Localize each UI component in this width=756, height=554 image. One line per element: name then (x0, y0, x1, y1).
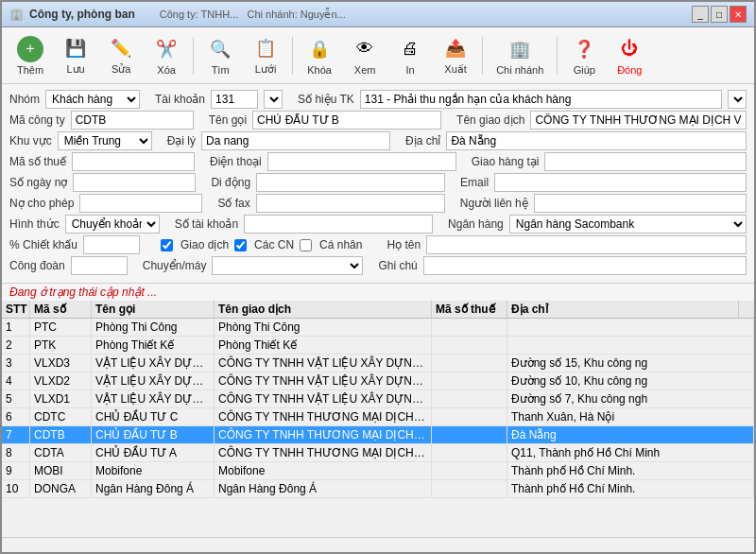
chuyenmay-select[interactable] (212, 256, 363, 275)
table-body[interactable]: 1 PTC Phòng Thi Công Phòng Thi Công 2 PT… (2, 319, 754, 537)
didong-label: Di động (211, 176, 250, 189)
table-row[interactable]: 2 PTK Phòng Thiết Kế Phòng Thiết Kế (2, 337, 754, 355)
tim-button[interactable]: 🔍 Tìm (199, 32, 241, 79)
main-window: 🏢 Công ty, phòng ban Công ty: TNHH... Ch… (0, 0, 756, 554)
cacCN-label: Các CN (254, 238, 294, 251)
taikhoan-label: Tài khoản (155, 93, 205, 106)
cell-tengoi: Mobifone (92, 462, 215, 479)
luu-button[interactable]: 💾 Lưu (55, 31, 96, 79)
separator-4 (557, 37, 558, 75)
sohieu-dropdown[interactable] (728, 90, 747, 109)
dong-label: Đóng (617, 64, 642, 76)
giaodich-checkbox[interactable] (161, 239, 173, 251)
cell-tengiaodich: CÔNG TY TNHH VẬT LIỆU XÂY DỰNG 3 (215, 355, 432, 372)
luoi-label: Lưới (255, 63, 277, 76)
cell-maso: PTK (30, 337, 92, 354)
email-input[interactable] (494, 173, 747, 192)
them-icon: ＋ (17, 36, 43, 62)
form-row-9: Công đoàn Chuyển/máy Ghi chú (9, 256, 747, 275)
form-row-1: Nhóm Khách hàng Tài khoản Số hiệu TK (9, 90, 747, 109)
khoa-button[interactable]: 🔒 Khóa (299, 32, 340, 79)
separator-2 (292, 37, 293, 75)
diachi-input[interactable] (446, 131, 747, 150)
giaohang-label: Giao hàng tại (472, 155, 540, 168)
table-row[interactable]: 8 CDTA CHỦ ĐẦU TƯ A CÔNG TY TNHH THƯƠNG … (2, 444, 754, 462)
cell-maso: PTC (30, 319, 92, 336)
sofax-input[interactable] (256, 194, 445, 213)
songayno-input[interactable] (73, 173, 196, 192)
maximize-button[interactable]: □ (711, 6, 728, 23)
luoi-icon: 📋 (252, 35, 279, 61)
hoten-label: Họ tên (387, 238, 421, 251)
table-row[interactable]: 7 CDTB CHỦ ĐẦU TƯ B CÔNG TY TNHH THƯƠNG … (2, 426, 754, 444)
giaohang-input[interactable] (544, 152, 747, 171)
in-label: In (406, 64, 415, 76)
taikhoan-dropdown[interactable] (264, 90, 283, 109)
bottom-scrollbar[interactable] (2, 537, 754, 552)
dong-button[interactable]: ⏻ Đóng (609, 32, 650, 79)
header-diachi: Địa chỉ (507, 301, 739, 318)
chinhanh-button[interactable]: 🏢 Chi nhánh (489, 32, 551, 79)
nhom-select[interactable]: Khách hàng (45, 90, 140, 109)
hinhthuc-select[interactable]: Chuyển khoản (65, 215, 160, 234)
sua-button[interactable]: ✏️ Sửa (100, 31, 142, 79)
tengiaodich-label: Tên giao dịch (456, 113, 524, 127)
cell-stt: 9 (2, 462, 30, 479)
header-masothue: Mã số thuế (432, 301, 507, 318)
masothue-label: Mã số thuế (9, 155, 66, 168)
table-row[interactable]: 6 CDTC CHỦ ĐẦU TƯ C CÔNG TY TNHH THƯƠNG … (2, 408, 754, 426)
nochoPhep-input[interactable] (79, 194, 202, 213)
cell-tengiaodich: Mobifone (215, 462, 432, 479)
ghichu-input[interactable] (423, 256, 747, 275)
header-scroll-space (739, 301, 754, 318)
cell-tengiaodich: CÔNG TY TNHH THƯƠNG MẠI DỊCH VỤ XÂY DỰNG… (215, 444, 432, 461)
didong-input[interactable] (256, 173, 445, 192)
sohieu-input[interactable] (360, 90, 722, 109)
table-row[interactable]: 5 VLXD1 VẬT LIỆU XÂY DỰNG 1 CÔNG TY TNHH… (2, 390, 754, 408)
khuvuc-select[interactable]: Miền Trung (58, 131, 152, 150)
macongty-input[interactable] (71, 111, 194, 130)
giup-button[interactable]: ❓ Giúp (563, 32, 605, 79)
luoi-button[interactable]: 📋 Lưới (245, 31, 286, 79)
form-area: Nhóm Khách hàng Tài khoản Số hiệu TK Mã … (2, 84, 754, 284)
xem-button[interactable]: 👁 Xem (344, 32, 386, 79)
cacCN-checkbox[interactable] (234, 239, 247, 251)
cell-maso: VLXD2 (30, 372, 92, 390)
nguoilienhe-input[interactable] (534, 194, 747, 213)
taikhoan-input[interactable] (211, 90, 258, 109)
tengoi-input[interactable] (252, 111, 441, 130)
minimize-button[interactable]: _ (692, 6, 709, 23)
xoa-button[interactable]: ✂️ Xóa (146, 32, 187, 79)
form-row-2: Mã công ty Tên gọi Tên giao dịch (9, 111, 747, 130)
cell-diachi (507, 319, 754, 336)
them-label: Thêm (17, 64, 43, 76)
daily-input[interactable] (201, 131, 390, 150)
diachi-label: Địa chỉ (405, 134, 440, 147)
dienthoai-input[interactable] (267, 152, 456, 171)
table-row[interactable]: 10 DONGA Ngân Hàng Đông Á Ngân Hàng Đông… (2, 480, 754, 498)
tengiaodich-input[interactable] (530, 111, 747, 130)
form-row-5: Số ngày nợ Di động Email (9, 173, 747, 192)
ghichu-label: Ghi chú (378, 259, 417, 272)
table-row[interactable]: 1 PTC Phòng Thi Công Phòng Thi Công (2, 319, 754, 337)
xuat-button[interactable]: 📤 Xuất (435, 31, 476, 79)
dienthoai-label: Điện thoại (210, 155, 262, 168)
cell-masothue (432, 319, 507, 336)
masothue-input[interactable] (72, 152, 195, 171)
macongty-label: Mã công ty (9, 113, 65, 127)
nganhang-select[interactable]: Ngân hàng Sacombank (509, 215, 747, 234)
congdoan-input[interactable] (71, 256, 128, 275)
close-button[interactable]: ✕ (730, 6, 747, 23)
tim-icon: 🔍 (207, 36, 233, 62)
chietkhau-input[interactable] (83, 235, 140, 254)
in-button[interactable]: 🖨 In (389, 32, 431, 79)
table-row[interactable]: 9 MOBI Mobifone Mobifone Thành phố Hồ Ch… (2, 462, 754, 480)
them-button[interactable]: ＋ Thêm (9, 32, 51, 79)
table-row[interactable]: 3 VLXD3 VẬT LIỆU XÂY DỰNG 3 CÔNG TY TNHH… (2, 355, 754, 372)
sotaikhoan-input[interactable] (244, 215, 433, 234)
sua-label: Sửa (112, 63, 130, 76)
table-row[interactable]: 4 VLXD2 VẬT LIỆU XÂY DỰNG 2 CÔNG TY TNHH… (2, 372, 754, 390)
canhan-checkbox[interactable] (300, 239, 312, 251)
cell-tengiaodich: CÔNG TY TNHH VẬT LIỆU XÂY DỰNG 2 (215, 372, 432, 390)
hoten-input[interactable] (426, 235, 747, 254)
